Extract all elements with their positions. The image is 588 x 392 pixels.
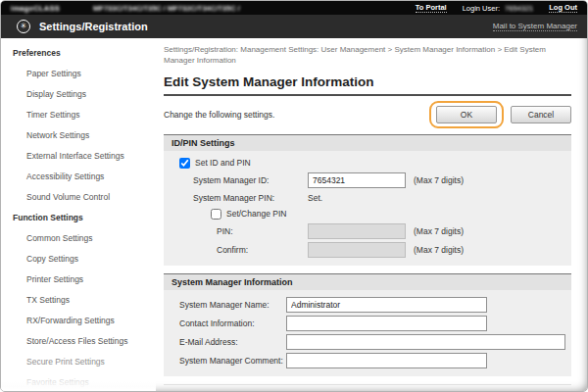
sidebar-item-network-settings[interactable]: Network Settings — [1, 125, 156, 146]
app-header: ✳ Settings/Registration Mail to System M… — [1, 15, 587, 38]
sidebar-item-external-interface-settings[interactable]: External Interface Settings — [1, 146, 156, 167]
sidebar-item-timer-settings[interactable]: Timer Settings — [1, 105, 156, 125]
email-address-input[interactable] — [286, 334, 565, 350]
id-pin-settings-section: ID/PIN Settings Set ID and PIN System Ma… — [164, 134, 571, 266]
brand-logo: imageCLASS — [11, 4, 60, 13]
sidebar-item-copy-settings[interactable]: Copy Settings — [1, 249, 156, 270]
system-manager-name-label: System Manager Name: — [179, 300, 286, 310]
login-user-label: Login User: — [463, 4, 500, 13]
remote-ui-window: imageCLASS MF733C/T34C/T35C / MF732C/T34… — [0, 0, 588, 392]
confirm-max-note: (Max 7 digits) — [414, 245, 464, 255]
confirm-pin-input — [308, 242, 406, 258]
set-change-pin-label: Set/Change PIN — [226, 209, 286, 219]
confirm-label: Confirm: — [179, 245, 308, 255]
model-text: MF733C/T34C/T35C / MF732C/T34C/T35C / — [93, 4, 240, 13]
sidebar-item-store-access-files-settings[interactable]: Store/Access Files Settings — [1, 331, 156, 352]
sidebar-item-accessibility-settings[interactable]: Accessibility Settings — [1, 167, 156, 187]
logout-link[interactable]: Log Out — [549, 3, 577, 13]
sidebar-item-secure-print-settings[interactable]: Secure Print Settings — [1, 352, 156, 372]
app-title: Settings/Registration — [39, 21, 148, 32]
system-manager-name-input[interactable] — [286, 297, 487, 313]
action-row: Change the following settings. OK Cancel — [164, 101, 571, 128]
set-id-and-pin-label: Set ID and PIN — [195, 158, 251, 168]
system-manager-comment-label: System Manager Comment: — [179, 356, 286, 366]
system-manager-pin-status: Set. — [308, 193, 322, 203]
pin-max-note: (Max 7 digits) — [414, 226, 464, 236]
sidebar-item-tx-settings[interactable]: TX Settings — [1, 290, 156, 311]
ok-highlight-callout: OK — [429, 101, 504, 128]
settings-sidebar: Preferences Paper Settings Display Setti… — [1, 38, 156, 392]
sidebar-item-rx-forwarding-settings[interactable]: RX/Forwarding Settings — [1, 311, 156, 331]
sidebar-item-common-settings[interactable]: Common Settings — [1, 228, 156, 249]
system-manager-id-input[interactable] — [308, 172, 406, 188]
mail-to-system-manager-link[interactable]: Mail to System Manager — [493, 22, 577, 31]
main-content: Settings/Registration: Management Settin… — [156, 38, 587, 392]
sidebar-item-sound-volume-control[interactable]: Sound Volume Control — [1, 187, 156, 208]
login-user-value: 7654321 — [505, 4, 533, 13]
sidebar-item-paper-settings[interactable]: Paper Settings — [1, 64, 156, 84]
contact-information-input[interactable] — [286, 316, 487, 331]
pin-label: PIN: — [179, 226, 308, 236]
system-manager-comment-input[interactable] — [286, 353, 487, 368]
email-address-label: E-Mail Address: — [179, 337, 286, 347]
footer-divider — [164, 384, 571, 385]
cancel-button[interactable]: Cancel — [511, 106, 571, 123]
ok-button[interactable]: OK — [436, 106, 497, 123]
system-manager-information-header: System Manager Information — [164, 273, 571, 290]
to-portal-link[interactable]: To Portal — [416, 3, 447, 13]
system-manager-pin-label: System Manager PIN: — [179, 193, 308, 203]
breadcrumb: Settings/Registration: Management Settin… — [164, 45, 571, 67]
set-id-and-pin-checkbox[interactable] — [179, 158, 190, 169]
contact-information-label: Contact Information: — [179, 318, 286, 328]
system-manager-id-label: System Manager ID: — [179, 175, 308, 185]
sidebar-item-printer-settings[interactable]: Printer Settings — [1, 270, 156, 290]
system-manager-id-max-note: (Max 7 digits) — [414, 175, 464, 185]
sidebar-item-display-settings[interactable]: Display Settings — [1, 84, 156, 105]
top-bar: imageCLASS MF733C/T34C/T35C / MF732C/T34… — [1, 1, 587, 15]
pin-input — [308, 223, 406, 239]
instruction-text: Change the following settings. — [164, 110, 274, 120]
set-change-pin-checkbox[interactable] — [211, 209, 221, 220]
system-manager-information-section: System Manager Information System Manage… — [164, 273, 571, 376]
settings-gear-icon: ✳ — [17, 20, 30, 33]
sidebar-section-function-settings: Function Settings — [1, 208, 156, 228]
id-pin-settings-header: ID/PIN Settings — [164, 134, 571, 151]
sidebar-item-favorite-settings[interactable]: Favorite Settings — [1, 372, 156, 392]
sidebar-section-preferences: Preferences — [1, 43, 156, 64]
page-title: Edit System Manager Information — [164, 74, 571, 96]
